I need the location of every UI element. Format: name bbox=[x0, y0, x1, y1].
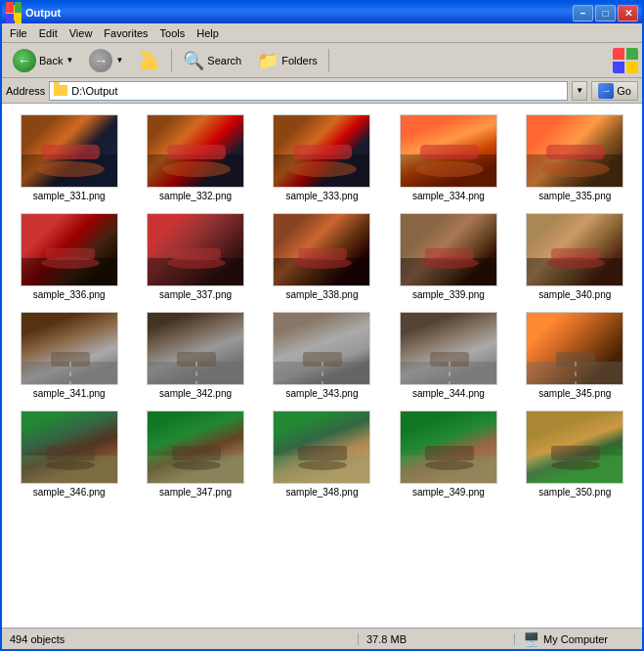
file-item[interactable]: sample_344.png bbox=[385, 305, 511, 404]
status-computer: 🖥️ My Computer bbox=[515, 631, 642, 647]
go-arrow-icon: → bbox=[598, 83, 614, 99]
forward-dropdown-icon: ▼ bbox=[115, 56, 123, 65]
thumbnail-overlay bbox=[274, 412, 370, 484]
file-label: sample_349.png bbox=[412, 487, 485, 498]
svg-point-7 bbox=[162, 161, 231, 177]
folders-button[interactable]: 📁 Folders bbox=[250, 46, 324, 75]
thumbnail-overlay bbox=[274, 115, 370, 188]
menu-help[interactable]: Help bbox=[191, 25, 225, 41]
thumbnail-overlay bbox=[527, 214, 623, 286]
address-field[interactable]: D:\Output bbox=[49, 81, 568, 101]
window-title: Output bbox=[25, 7, 573, 19]
file-label: sample_338.png bbox=[286, 289, 359, 300]
file-item[interactable]: sample_340.png bbox=[512, 206, 638, 305]
back-button[interactable]: ← Back ▼ bbox=[6, 46, 80, 75]
folder-icon bbox=[6, 2, 21, 23]
file-label: sample_335.png bbox=[538, 191, 611, 201]
file-label: sample_339.png bbox=[412, 289, 485, 300]
menu-tools[interactable]: Tools bbox=[154, 25, 192, 41]
svg-rect-26 bbox=[298, 248, 347, 260]
svg-point-62 bbox=[551, 460, 600, 470]
file-item[interactable]: sample_347.png bbox=[132, 404, 258, 502]
file-item[interactable]: sample_345.png bbox=[512, 305, 638, 404]
computer-icon: 🖥️ bbox=[523, 631, 539, 647]
file-item[interactable]: sample_336.png bbox=[6, 206, 132, 305]
thumbnail-overlay bbox=[401, 214, 497, 286]
file-item[interactable]: sample_335.png bbox=[512, 108, 638, 206]
svg-rect-61 bbox=[551, 446, 600, 460]
maximize-button[interactable]: □ bbox=[595, 5, 616, 22]
thumbnail-overlay bbox=[148, 115, 244, 188]
file-item[interactable]: sample_348.png bbox=[259, 404, 385, 502]
file-label: sample_332.png bbox=[159, 191, 232, 201]
file-label: sample_344.png bbox=[412, 388, 485, 399]
thumbnail-overlay bbox=[21, 412, 118, 484]
search-label: Search bbox=[207, 55, 241, 66]
svg-point-4 bbox=[36, 161, 105, 177]
file-item[interactable]: sample_343.png bbox=[259, 305, 385, 404]
svg-rect-52 bbox=[172, 446, 221, 460]
up-icon bbox=[139, 50, 160, 71]
svg-rect-17 bbox=[546, 145, 605, 159]
file-item[interactable]: sample_338.png bbox=[259, 206, 385, 305]
folders-icon: 📁 bbox=[257, 50, 279, 71]
go-button[interactable]: → Go bbox=[591, 81, 638, 101]
thumbnail-overlay bbox=[274, 313, 370, 385]
menu-edit[interactable]: Edit bbox=[33, 25, 64, 41]
toolbar-separator-2 bbox=[328, 49, 329, 72]
file-label: sample_331.png bbox=[33, 191, 106, 201]
toolbar-separator-1 bbox=[171, 49, 172, 72]
file-item[interactable]: sample_331.png bbox=[6, 108, 132, 206]
file-label: sample_347.png bbox=[159, 487, 232, 498]
menu-file[interactable]: File bbox=[4, 25, 33, 41]
thumbnail-overlay bbox=[21, 313, 118, 385]
file-item[interactable]: sample_341.png bbox=[6, 305, 132, 404]
thumbnail-overlay bbox=[148, 313, 244, 385]
file-item[interactable]: sample_339.png bbox=[385, 206, 511, 305]
up-button[interactable] bbox=[132, 46, 167, 75]
thumbnail-overlay bbox=[21, 115, 118, 188]
menu-favorites[interactable]: Favorites bbox=[98, 25, 153, 41]
back-label: Back bbox=[39, 55, 63, 66]
svg-rect-14 bbox=[420, 145, 479, 159]
menu-bar: File Edit View Favorites Tools Help bbox=[2, 23, 642, 43]
file-content[interactable]: sample_331.png sample_332.png sample_333… bbox=[2, 104, 642, 628]
file-label: sample_334.png bbox=[412, 191, 485, 201]
svg-rect-32 bbox=[551, 248, 600, 260]
address-bar: Address D:\Output ▼ → Go bbox=[2, 78, 642, 104]
status-size: 37.8 MB bbox=[359, 633, 515, 645]
search-button[interactable]: 🔍 Search bbox=[176, 46, 248, 75]
forward-button[interactable]: → ▼ bbox=[82, 46, 130, 75]
file-label: sample_340.png bbox=[538, 289, 611, 300]
address-dropdown[interactable]: ▼ bbox=[572, 81, 587, 101]
svg-point-56 bbox=[298, 460, 347, 470]
svg-rect-58 bbox=[425, 446, 474, 460]
file-label: sample_343.png bbox=[286, 388, 359, 399]
file-label: sample_350.png bbox=[538, 487, 611, 498]
thumbnail-overlay bbox=[274, 214, 370, 286]
file-label: sample_336.png bbox=[33, 289, 106, 300]
svg-rect-11 bbox=[293, 145, 352, 159]
window: Output – □ ✕ File Edit View Favorites To… bbox=[0, 0, 644, 651]
file-item[interactable]: sample_337.png bbox=[132, 206, 258, 305]
minimize-button[interactable]: – bbox=[573, 5, 593, 22]
title-bar: Output – □ ✕ bbox=[2, 2, 642, 23]
file-item[interactable]: sample_342.png bbox=[132, 305, 258, 404]
svg-point-10 bbox=[288, 161, 357, 177]
file-area: sample_331.png sample_332.png sample_333… bbox=[2, 104, 642, 628]
menu-view[interactable]: View bbox=[64, 25, 99, 41]
close-button[interactable]: ✕ bbox=[618, 5, 638, 22]
window-controls: – □ ✕ bbox=[573, 5, 638, 22]
file-item[interactable]: sample_346.png bbox=[6, 404, 132, 502]
file-item[interactable]: sample_349.png bbox=[385, 404, 511, 502]
thumbnail-overlay bbox=[148, 412, 244, 484]
file-item[interactable]: sample_333.png bbox=[259, 108, 385, 206]
file-label: sample_341.png bbox=[33, 388, 106, 399]
file-label: sample_346.png bbox=[33, 487, 106, 498]
file-item[interactable]: sample_350.png bbox=[512, 404, 638, 502]
svg-point-59 bbox=[425, 460, 474, 470]
file-item[interactable]: sample_332.png bbox=[132, 108, 258, 206]
windows-logo bbox=[613, 48, 638, 73]
file-item[interactable]: sample_334.png bbox=[385, 108, 511, 206]
svg-rect-20 bbox=[46, 248, 95, 260]
